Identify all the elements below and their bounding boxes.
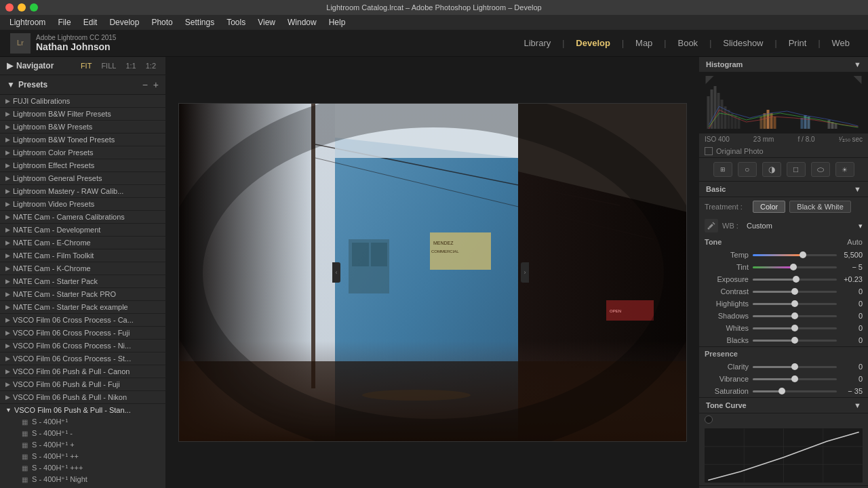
tint-slider[interactable] <box>753 266 837 268</box>
sub-preset-2[interactable]: ▦ S - 400H⁺¹ + <box>0 439 165 451</box>
zoom-fit[interactable]: FIT <box>78 61 95 70</box>
shadows-slider[interactable] <box>753 315 837 317</box>
menu-item-lightroom[interactable]: Lightroom <box>4 16 51 28</box>
tone-tool-gradient[interactable]: ◑ <box>762 162 781 177</box>
nav-map[interactable]: Map <box>627 35 660 51</box>
zoom-1-2[interactable]: 1:2 <box>143 61 159 70</box>
group-header[interactable]: ▶ NATE Cam - K-Chrome <box>0 262 165 274</box>
nav-library[interactable]: Library <box>515 35 559 51</box>
tone-tool-paint[interactable]: ☀ <box>835 162 854 177</box>
zoom-1-1[interactable]: 1:1 <box>123 61 138 70</box>
menu-item-help[interactable]: Help <box>323 16 351 28</box>
highlights-thumb[interactable] <box>791 300 798 307</box>
saturation-slider[interactable] <box>753 390 837 392</box>
highlights-slider[interactable] <box>753 303 837 305</box>
nav-web[interactable]: Web <box>824 35 859 51</box>
tone-tool-grid[interactable]: ⊞ <box>713 162 732 177</box>
exposure-thumb[interactable] <box>793 276 800 283</box>
menu-item-settings[interactable]: Settings <box>180 16 220 28</box>
temp-thumb[interactable] <box>800 251 806 258</box>
tone-tool-circle[interactable]: ○ <box>738 162 757 177</box>
menu-item-edit[interactable]: Edit <box>78 16 103 28</box>
curve-point[interactable] <box>705 415 713 424</box>
group-header[interactable]: ▶ Lightroom B&W Toned Presets <box>0 134 165 146</box>
whites-thumb[interactable] <box>791 325 798 331</box>
group-header[interactable]: ▶ VSCO Film 06 Push & Pull - Canon <box>0 365 165 378</box>
nav-slideshow[interactable]: Slideshow <box>715 35 771 51</box>
group-header[interactable]: ▶ VSCO Film 06 Push & Pull - Fuji <box>0 378 165 390</box>
group-header[interactable]: ▶ VSCO Film 06 Cross Process - Ca... <box>0 314 165 326</box>
tone-curve-graph[interactable] <box>705 428 863 483</box>
sub-preset-6[interactable]: ▦ S - 400H⁺¹ Over <box>0 485 165 488</box>
sub-preset-4[interactable]: ▦ S - 400H⁺¹ +++ <box>0 462 165 474</box>
sub-preset-1[interactable]: ▦ S - 400H⁺¹ - <box>0 428 165 439</box>
temp-slider[interactable] <box>753 254 837 256</box>
shadows-thumb[interactable] <box>791 312 798 319</box>
navigator-arrow[interactable]: ▶ <box>7 61 13 70</box>
minimize-button[interactable] <box>18 3 26 12</box>
wb-dropdown-arrow[interactable]: ▾ <box>859 222 863 230</box>
group-header[interactable]: ▶ VSCO Film 06 Cross Process - Fuji <box>0 327 165 339</box>
clarity-slider[interactable] <box>753 366 837 368</box>
group-header[interactable]: ▶ NATE Cam - Development <box>0 224 165 236</box>
nav-book[interactable]: Book <box>669 35 706 51</box>
whites-slider[interactable] <box>753 327 837 329</box>
nav-develop[interactable]: Develop <box>568 35 618 51</box>
clarity-thumb[interactable] <box>791 363 798 370</box>
group-header[interactable]: ▶ NATE Cam - E-Chrome <box>0 237 165 249</box>
group-header[interactable]: ▶ Lightroom Effect Presets <box>0 159 165 171</box>
tint-thumb[interactable] <box>790 264 797 270</box>
eyedropper-tool[interactable] <box>705 219 718 232</box>
presets-minus[interactable]: − <box>142 79 148 90</box>
group-header[interactable]: ▶ NATE Cam - Film Toolkit <box>0 249 165 262</box>
blacks-thumb[interactable] <box>791 337 798 344</box>
group-header[interactable]: ▶ NATE Cam - Starter Pack example <box>0 301 165 313</box>
group-header[interactable]: ▶ NATE Cam - Camera Calibrations <box>0 211 165 223</box>
vibrance-thumb[interactable] <box>791 375 798 382</box>
sub-preset-3[interactable]: ▦ S - 400H⁺¹ ++ <box>0 451 165 462</box>
tone-tool-rect[interactable]: □ <box>787 162 806 177</box>
sub-preset-5[interactable]: ▦ S - 400H⁺¹ Night <box>0 474 165 485</box>
preset-group-fuji-header[interactable]: ▶ FUJI Calibrations <box>0 95 165 107</box>
saturation-thumb[interactable] <box>778 388 785 394</box>
vibrance-slider[interactable] <box>753 378 837 380</box>
wb-value-dropdown[interactable]: Custom <box>747 222 772 230</box>
tone-curve-collapse[interactable]: ▼ <box>854 401 861 409</box>
group-header[interactable]: ▶ NATE Cam - Starter Pack PRO <box>0 288 165 300</box>
menu-item-file[interactable]: File <box>52 16 76 28</box>
nav-print[interactable]: Print <box>781 35 815 51</box>
left-panel-toggle[interactable]: ‹ <box>332 262 340 283</box>
tone-auto-btn[interactable]: Auto <box>847 238 863 246</box>
group-header[interactable]: ▶ Lightroom Color Presets <box>0 146 165 159</box>
group-header[interactable]: ▶ VSCO Film 06 Cross Process - St... <box>0 352 165 365</box>
group-header[interactable]: ▶ Lightroom B&W Filter Presets <box>0 108 165 120</box>
close-button[interactable] <box>5 3 14 12</box>
group-header[interactable]: ▶ Lightroom Mastery - RAW Calib... <box>0 185 165 197</box>
histogram-collapse[interactable]: ▼ <box>854 60 861 68</box>
group-header-expanded[interactable]: ▼ VSCO Film 06 Push & Pull - Stan... <box>0 404 165 416</box>
treatment-bw-btn[interactable]: Black & White <box>789 201 850 213</box>
menu-item-tools[interactable]: Tools <box>221 16 251 28</box>
group-header[interactable]: ▶ Lightroom General Presets <box>0 172 165 184</box>
group-header[interactable]: ▶ Lightroom Video Presets <box>0 198 165 210</box>
original-photo-checkbox[interactable] <box>705 147 713 155</box>
presets-add[interactable]: + <box>153 79 159 90</box>
group-header[interactable]: ▶ NATE Cam - Starter Pack <box>0 275 165 287</box>
presets-arrow[interactable]: ▼ <box>7 80 15 89</box>
mac-window-controls[interactable] <box>5 3 38 12</box>
contrast-slider[interactable] <box>753 291 837 293</box>
tone-tool-ellipse[interactable]: ⬭ <box>811 162 830 177</box>
right-panel-toggle[interactable]: › <box>521 262 529 283</box>
maximize-button[interactable] <box>30 3 38 12</box>
zoom-fill[interactable]: FILL <box>98 61 119 70</box>
menu-item-photo[interactable]: Photo <box>146 16 178 28</box>
exposure-slider[interactable] <box>753 279 837 281</box>
menu-item-window[interactable]: Window <box>282 16 322 28</box>
group-header[interactable]: ▶ VSCO Film 06 Push & Pull - Nikon <box>0 391 165 403</box>
menu-item-view[interactable]: View <box>252 16 281 28</box>
group-header[interactable]: ▶ VSCO Film 06 Cross Process - Ni... <box>0 340 165 352</box>
contrast-thumb[interactable] <box>791 288 798 295</box>
group-header[interactable]: ▶ Lightroom B&W Presets <box>0 121 165 133</box>
blacks-slider[interactable] <box>753 340 837 342</box>
basic-collapse[interactable]: ▼ <box>854 185 861 193</box>
